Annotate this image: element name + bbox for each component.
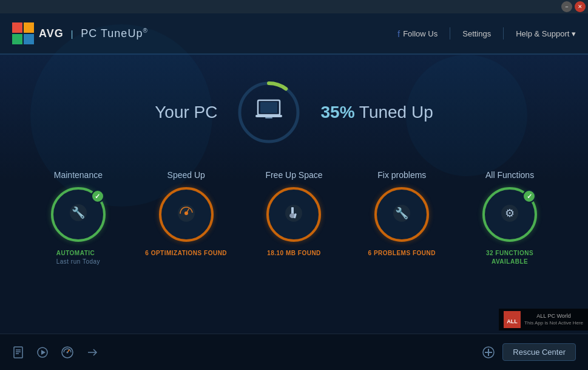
settings-link[interactable]: Settings [462,29,491,38]
logo-area: AVG | PC TuneUp® [12,22,397,44]
svg-rect-3 [24,34,34,44]
check-badge-maintenance: ✓ [91,190,104,203]
hero-suffix: Tuned Up [359,103,433,122]
svg-rect-7 [260,102,277,113]
svg-point-32 [67,351,69,353]
svg-rect-1 [24,22,34,33]
cards-row: Maintenance 🔧 ✓ AUTOMATIC Last run Today… [0,164,588,278]
check-badge-all-functions: ✓ [522,190,536,203]
dashboard-icon [61,346,74,359]
svg-rect-9 [265,117,272,118]
card-maintenance-status: AUTOMATIC Last run Today [56,249,100,266]
hero-gauge [235,79,302,146]
help-support-link[interactable]: Help & Support ▾ [516,29,576,38]
card-fix-problems[interactable]: Fix problems 🔧 6 PROBLEMS FOUND [348,170,456,266]
card-speed-up[interactable]: Speed Up 6 OPTIMIZATIONS FOUND [132,170,240,266]
card-free-space[interactable]: Free Up Space 18.10 MB FOUND [240,170,348,266]
follow-us-link[interactable]: f Follow Us [397,29,438,39]
arrow-right-icon [86,346,98,358]
watermark-logo: ALL [504,311,521,328]
svg-text:⚙: ⚙ [505,207,515,219]
card-speed-up-icon [175,202,197,227]
rescue-icon [482,346,495,359]
card-speed-up-title: Speed Up [167,170,205,180]
card-speed-up-status: 6 OPTIMIZATIONS FOUND [145,249,227,258]
card-free-space-icon [283,202,305,227]
minimize-button[interactable]: − [561,1,572,12]
rescue-center-button[interactable]: Rescue Center [502,343,576,361]
report-icon-btn[interactable] [12,346,24,358]
hero-section: Your PC 35% Tuned Up [0,67,588,164]
play-icon [36,346,49,358]
footer-icons [12,346,482,359]
nav-separator-1 [450,27,450,39]
svg-rect-2 [12,34,22,44]
card-free-space-title: Free Up Space [265,170,322,180]
svg-text:ALL: ALL [507,318,518,324]
svg-text:🔧: 🔧 [395,207,409,220]
hero-percent: 35% [320,103,354,122]
hero-right-text: 35% Tuned Up [320,103,433,122]
nav-separator-2 [503,27,504,39]
svg-rect-24 [14,347,22,358]
card-fix-problems-status: 6 PROBLEMS FOUND [368,249,436,258]
report-icon [12,346,24,358]
footer-right: Rescue Center [482,343,576,361]
avg-logo-icon [12,22,34,44]
logo-text: AVG | PC TuneUp® [39,27,148,40]
dashboard-icon-btn[interactable] [61,346,74,359]
card-maintenance-title: Maintenance [54,170,103,180]
card-maintenance[interactable]: Maintenance 🔧 ✓ AUTOMATIC Last run Today [24,170,132,266]
card-free-space-status: 18.10 MB FOUND [267,249,321,258]
svg-rect-0 [12,22,22,33]
card-maintenance-circle[interactable]: 🔧 ✓ [51,187,106,242]
card-free-space-circle[interactable] [266,187,321,242]
card-fix-problems-icon: 🔧 [391,202,413,227]
card-speed-up-circle[interactable] [159,187,214,242]
main-content: Your PC 35% Tuned Up [0,55,588,370]
card-maintenance-icon: 🔧 [67,202,89,228]
card-fix-problems-title: Fix problems [377,170,426,180]
facebook-icon: f [397,29,400,39]
footer-bar: Rescue Center [0,334,588,370]
card-all-functions-title: All Functions [485,170,534,180]
header: AVG | PC TuneUp® f Follow Us Settings He… [0,13,588,55]
card-fix-problems-circle[interactable]: 🔧 [374,187,429,242]
svg-rect-8 [255,115,282,117]
rescue-icon-btn[interactable] [482,346,495,359]
card-all-functions-status: 32 FUNCTIONS AVAILABLE [486,249,533,266]
play-icon-btn[interactable] [36,346,49,358]
svg-text:🔧: 🔧 [72,206,86,219]
card-all-functions-icon: ⚙ [499,202,521,227]
svg-marker-29 [41,350,46,355]
close-button[interactable]: ✕ [575,1,586,12]
watermark: ALL ALL PC World This App is Not Active … [499,309,588,331]
watermark-text: ALL PC World This App is Not Active Here [524,313,583,326]
card-all-functions[interactable]: All Functions ⚙ ✓ 32 FUNCTIONS AVAILABLE [456,170,564,266]
hero-left-text: Your PC [155,103,217,122]
card-all-functions-circle[interactable]: ⚙ ✓ [482,187,537,242]
laptop-icon [255,99,282,126]
titlebar: − ✕ [0,0,588,13]
header-nav: f Follow Us Settings Help & Support ▾ [397,27,576,39]
arrow-icon-btn[interactable] [86,346,98,358]
